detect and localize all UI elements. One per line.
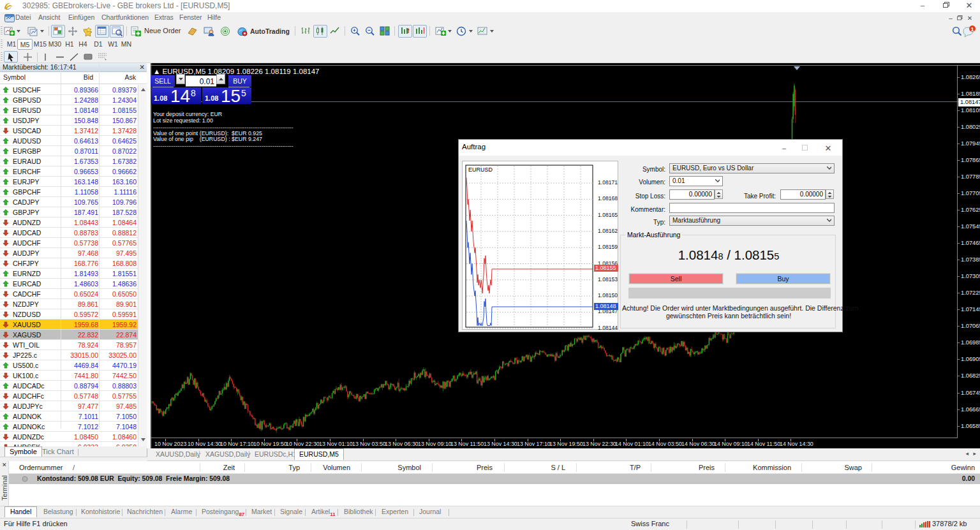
buy-button[interactable]: Buy [736,274,830,284]
terminal-panel: ✕Terminal Ordernummer/ZeitTypVolumenSymb… [0,461,980,518]
symbol-combo[interactable]: EURUSD, Euro vs US Dollar [669,163,835,173]
chart-tabs: XAUUSD,DailyXAGUSD,DailyEURUSDc,H1EURUSD… [147,448,980,461]
market-watch-tabs: Symbole Tick Chart [0,446,147,457]
take-profit[interactable]: 0.00000 [780,189,826,200]
comment-field[interactable] [669,203,835,213]
one-click-trading: SELL 0.01 BUY 1.08148 1.08155 [151,74,253,105]
type-combo[interactable]: Marktausführung [669,216,835,226]
toolbar-timeframes: M1M5M15M30H1H4D1W1MN [0,38,980,50]
toolbar-main: Neue OrderAutoTrading 1 [0,24,980,38]
toolbar-drawing [0,50,980,63]
sell-button[interactable]: Sell [629,274,723,284]
volume-combo[interactable]: 0.01 [669,176,723,186]
stop-loss[interactable]: 0.00000 [669,189,715,200]
dialog-tick-chart: EURUSD 1.081711.081681.081651.081621.081… [462,161,618,330]
title-bar: 302985: GBEbrokers-Live - GBE brokers Lt… [0,0,980,12]
market-watch: Marktübersicht: 16:17:41✕ SymbolBidAsk U… [0,63,147,446]
order-dialog: Auftrag – ✕ EURUSD 1.081711.081681.08165… [458,139,843,332]
svg-text:EURUSD: EURUSD [468,166,493,173]
status-bar: Für Hilfe F1 drücken Swiss Franc 37878/2… [0,518,980,530]
market-execution-group: Markt-Ausführung 1.08148 / 1.08155 Sell … [620,235,836,328]
svg-text:1: 1 [970,26,974,33]
terminal-tabs: HandelBelastungKontohistorieNachrichtenA… [0,506,980,518]
mt4-terminal: 302985: GBEbrokers-Live - GBE brokers Lt… [0,0,980,530]
menu-bar: Datei Ansicht Einfügen Chartfunktionen E… [0,12,980,24]
